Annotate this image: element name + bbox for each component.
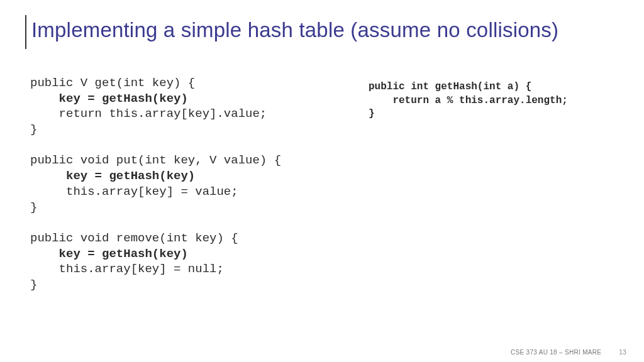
- footer-course: CSE 373 AU 18 – SHRI MARE: [511, 349, 601, 356]
- slide: Implementing a simple hash table (assume…: [0, 0, 644, 362]
- code-line: public V get(int key) {: [30, 76, 195, 90]
- code-line: }: [30, 123, 37, 136]
- code-line: this.array[key] = value;: [30, 185, 238, 199]
- slide-footer: CSE 373 AU 18 – SHRI MARE 13: [511, 349, 626, 356]
- code-line: }: [369, 108, 375, 119]
- code-line: public void put(int key, V value) {: [30, 153, 281, 167]
- code-line: key = getHash(key): [30, 169, 195, 183]
- code-get-method: public V get(int key) { key = getHash(ke…: [30, 75, 338, 293]
- footer-page-number: 13: [619, 349, 626, 356]
- slide-body: public V get(int key) { key = getHash(ke…: [30, 75, 619, 332]
- code-line: public void remove(int key) {: [30, 231, 238, 245]
- title-rule: [25, 15, 26, 49]
- code-line: return this.array[key].value;: [30, 107, 267, 121]
- title-block: Implementing a simple hash table (assume…: [25, 15, 629, 49]
- code-line: return a % this.array.length;: [369, 95, 568, 106]
- code-line: this.array[key] = null;: [30, 262, 224, 276]
- code-gethash-method: public int getHash(int a) { return a % t…: [369, 80, 619, 121]
- code-line: public int getHash(int a) {: [369, 81, 531, 92]
- code-line: }: [30, 278, 37, 292]
- code-left-column: public V get(int key) { key = getHash(ke…: [30, 75, 338, 332]
- code-line: key = getHash(key): [30, 247, 188, 261]
- code-right-column: public int getHash(int a) { return a % t…: [369, 75, 619, 332]
- code-line: key = getHash(key): [30, 92, 188, 106]
- slide-title: Implementing a simple hash table (assume…: [31, 15, 558, 49]
- code-line: }: [30, 200, 37, 214]
